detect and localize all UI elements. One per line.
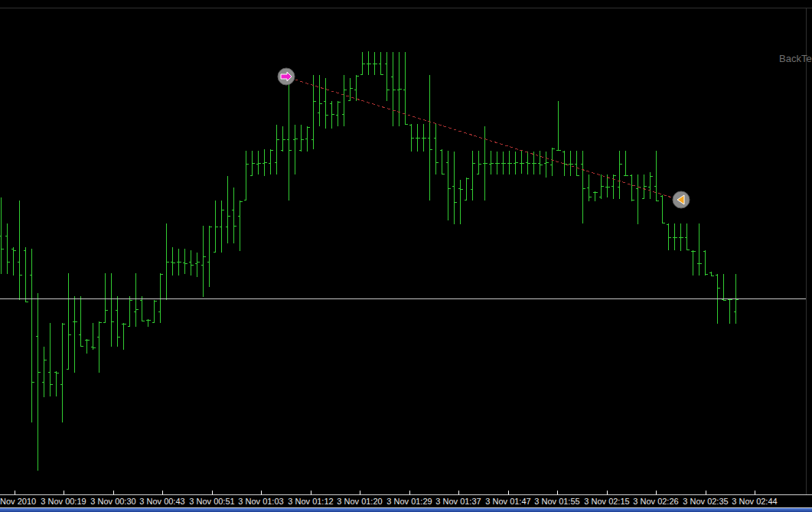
ohlc-bars bbox=[0, 51, 739, 471]
time-axis-label: 3 Nov 01:03 bbox=[238, 497, 283, 506]
time-axis-label: 3 Nov 00:19 bbox=[41, 497, 86, 506]
time-axis-label: 3 Nov 02:35 bbox=[683, 497, 728, 506]
time-axis[interactable]: 3 Nov 20103 Nov 00:193 Nov 00:303 Nov 00… bbox=[0, 495, 812, 508]
time-axis-label: 3 Nov 02:15 bbox=[584, 497, 629, 506]
time-axis-label: 3 Nov 2010 bbox=[0, 497, 36, 506]
time-axis-label: 3 Nov 00:43 bbox=[139, 497, 184, 506]
trade-open-marker[interactable] bbox=[278, 68, 295, 85]
time-axis-label: 3 Nov 02:26 bbox=[633, 497, 678, 506]
time-axis-scale bbox=[0, 491, 812, 495]
backtest-watermark: BackTe bbox=[779, 53, 812, 65]
time-axis-label: 3 Nov 01:47 bbox=[485, 497, 530, 506]
time-axis-label: 3 Nov 01:29 bbox=[386, 497, 432, 506]
time-axis-label: 3 Nov 00:30 bbox=[90, 497, 135, 506]
window-bottom-border bbox=[0, 507, 812, 512]
time-axis-label: 3 Nov 00:51 bbox=[189, 497, 234, 506]
time-axis-label: 3 Nov 01:37 bbox=[435, 497, 481, 506]
time-axis-label: 3 Nov 01:20 bbox=[337, 497, 382, 506]
time-axis-label: 3 Nov 01:55 bbox=[534, 497, 579, 506]
trade-close-marker[interactable] bbox=[673, 191, 690, 208]
price-chart-canvas[interactable] bbox=[0, 0, 812, 512]
trading-terminal-chart-window: BackTe 3 Nov 20103 Nov 00:193 Nov 00:303… bbox=[0, 0, 812, 512]
trade-trend-line[interactable] bbox=[290, 78, 677, 199]
time-axis-label: 3 Nov 01:12 bbox=[288, 497, 333, 506]
chart-border-lines bbox=[0, 8, 812, 495]
time-axis-label: 3 Nov 02:44 bbox=[732, 497, 777, 506]
